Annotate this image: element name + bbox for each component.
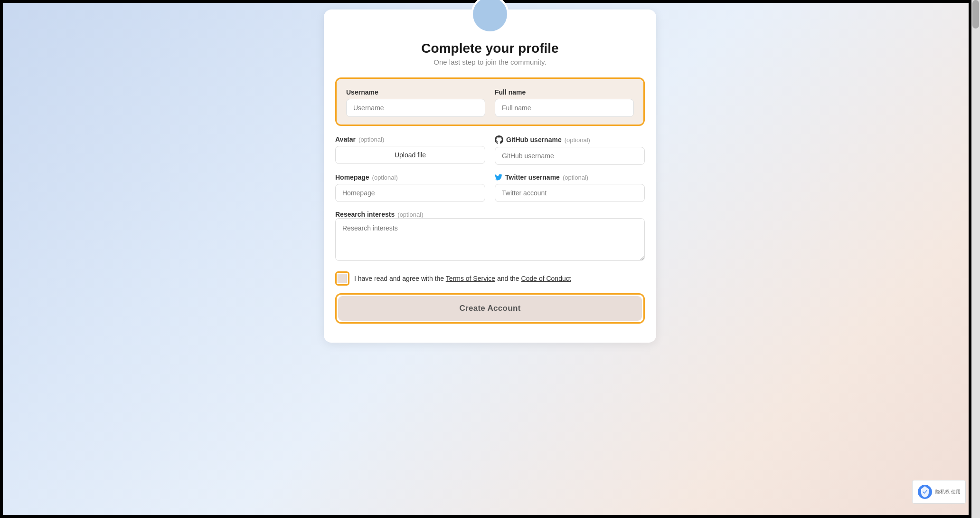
terms-area: I have read and agree with the Terms of … — [324, 271, 656, 286]
twitter-input[interactable] — [495, 184, 645, 202]
github-input[interactable] — [495, 147, 645, 165]
scrollbar[interactable] — [971, 0, 980, 518]
avatar-github-row: Avatar (optional) Upload file GitHub use… — [335, 135, 645, 165]
username-group: Username — [346, 88, 485, 117]
fullname-group: Full name — [495, 88, 634, 117]
avatar-area — [324, 0, 656, 33]
research-label: Research interests (optional) — [335, 211, 645, 218]
avatar-label: Avatar (optional) — [335, 135, 485, 143]
avatar-group: Avatar (optional) Upload file — [335, 135, 485, 165]
terms-checkbox[interactable] — [338, 274, 347, 283]
avatar — [471, 0, 509, 33]
create-account-wrapper: Create Account — [335, 293, 645, 324]
homepage-label: Homepage (optional) — [335, 173, 485, 181]
twitter-icon — [495, 173, 502, 181]
upload-file-button[interactable]: Upload file — [335, 146, 485, 164]
scrollbar-thumb[interactable] — [972, 0, 979, 29]
fullname-input[interactable] — [495, 99, 634, 117]
homepage-input[interactable] — [335, 184, 485, 202]
page-title: Complete your profile — [324, 41, 656, 56]
terms-text: I have read and agree with the Terms of … — [354, 275, 571, 282]
recaptcha-badge: 隐私权 使用 — [912, 480, 966, 504]
page-subtitle: One last step to join the community. — [324, 58, 656, 66]
recaptcha-icon — [917, 484, 933, 499]
homepage-twitter-row: Homepage (optional) Twitter username (op… — [335, 173, 645, 202]
required-section: Username Full name — [335, 77, 645, 126]
twitter-group: Twitter username (optional) — [495, 173, 645, 202]
code-of-conduct-link[interactable]: Code of Conduct — [521, 275, 571, 282]
username-label: Username — [346, 88, 485, 96]
github-group: GitHub username (optional) — [495, 135, 645, 165]
checkbox-wrapper — [335, 271, 349, 286]
github-icon — [495, 135, 503, 144]
create-account-button[interactable]: Create Account — [338, 296, 642, 321]
twitter-label: Twitter username (optional) — [495, 173, 645, 181]
profile-card: Complete your profile One last step to j… — [324, 10, 656, 343]
terms-of-service-link[interactable]: Terms of Service — [446, 275, 495, 282]
username-input[interactable] — [346, 99, 485, 117]
research-group: Research interests (optional) — [335, 211, 645, 263]
homepage-group: Homepage (optional) — [335, 173, 485, 202]
github-label: GitHub username (optional) — [495, 135, 645, 144]
research-textarea[interactable] — [335, 218, 645, 261]
recaptcha-text: 隐私权 使用 — [935, 489, 961, 495]
optional-area: Avatar (optional) Upload file GitHub use… — [324, 135, 656, 263]
fullname-label: Full name — [495, 88, 634, 96]
